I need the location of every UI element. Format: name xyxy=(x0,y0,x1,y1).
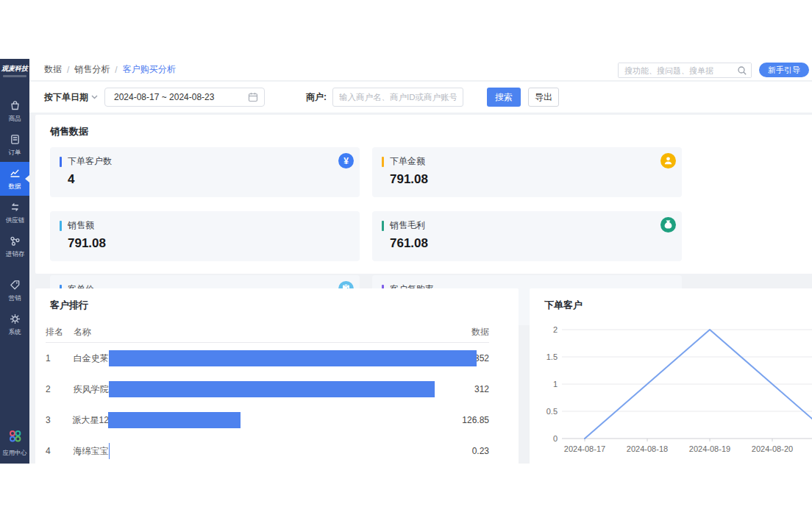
sidebar-item-label: 供应链 xyxy=(5,216,24,224)
stat-card-label: 销售额 xyxy=(68,219,94,232)
svg-text:¥: ¥ xyxy=(343,156,349,166)
sidebar-nav: 商品订单数据供应链进销存营销系统 xyxy=(0,94,29,341)
value-bar[interactable] xyxy=(109,381,435,397)
order-doc-icon xyxy=(9,133,21,146)
column-rank: 排名 xyxy=(46,326,74,338)
breadcrumb-item[interactable]: 销售分析 xyxy=(74,63,110,76)
merchant-label: 商户: xyxy=(306,91,327,104)
rank-cell: 1 xyxy=(46,353,74,363)
svg-text:2024-08-18: 2024-08-18 xyxy=(627,444,668,453)
date-range-picker[interactable]: 2024-08-17 ~ 2024-08-23 xyxy=(104,88,265,107)
share-nodes-icon xyxy=(9,235,21,247)
breadcrumb-separator: / xyxy=(67,65,69,75)
svg-text:2024-08-19: 2024-08-19 xyxy=(689,444,730,453)
ranking-row: 2疾风学院312 xyxy=(46,374,489,405)
sidebar-item-6[interactable]: 营销 xyxy=(0,274,29,308)
sidebar-item-label: 系统 xyxy=(8,327,21,336)
ranking-row: 4海绵宝宝0.23 xyxy=(46,436,489,464)
stat-card-label: 下单客户数 xyxy=(68,155,112,168)
bar-track xyxy=(109,381,474,397)
order-customers-line-chart: 00.511.522024-08-172024-08-182024-08-192… xyxy=(530,315,812,464)
chevron-down-icon xyxy=(91,95,98,99)
value-bar[interactable] xyxy=(109,350,477,366)
top-bar: 数据/销售分析/客户购买分析 新手引导 xyxy=(29,59,812,81)
value-cell: 126.85 xyxy=(462,415,489,425)
stat-card-value: 791.08 xyxy=(68,236,349,251)
tag-icon xyxy=(9,279,21,291)
sidebar-item-label: 数据 xyxy=(8,182,21,191)
global-search-input[interactable] xyxy=(619,63,751,77)
ranking-row: 1白金史莱克352 xyxy=(46,343,489,374)
breadcrumb-item[interactable]: 客户购买分析 xyxy=(123,63,176,76)
filter-bar: 按下单日期 2024-08-17 ~ 2024-08-23 商户: 搜索 导出 xyxy=(29,82,812,113)
column-data: 数据 xyxy=(109,326,489,338)
bar-track xyxy=(109,443,472,459)
app-center-icon xyxy=(8,429,22,446)
sidebar-item-2[interactable]: 订单 xyxy=(0,128,29,162)
merchant-search-input[interactable] xyxy=(332,88,463,107)
breadcrumb-item[interactable]: 数据 xyxy=(44,63,62,76)
bar-track xyxy=(108,412,463,428)
sales-section-title: 销售数据 xyxy=(35,115,812,138)
sidebar-item-label: 进销存 xyxy=(5,249,24,258)
ranking-row: 3派大星123126.85 xyxy=(46,405,489,436)
sidebar-item-label: 应用中心 xyxy=(2,449,26,458)
stat-card: 销售毛利761.08 xyxy=(372,211,682,261)
customer-ranking-panel: 客户排行 排名 名称 数据 1白金史莱克3522疾风学院3123派大星12312… xyxy=(35,288,519,464)
user-icon xyxy=(660,153,676,168)
sales-data-panel: 销售数据 下单客户数4¥下单金额791.08销售额791.08销售毛利761.0… xyxy=(35,115,812,274)
card-accent-bar xyxy=(60,221,62,231)
sidebar-item-5[interactable]: 进销存 xyxy=(0,230,29,263)
search-button[interactable]: 搜索 xyxy=(487,88,521,107)
svg-text:0: 0 xyxy=(553,434,558,443)
svg-text:0.5: 0.5 xyxy=(546,407,558,416)
sidebar-item-3[interactable]: 数据 xyxy=(0,162,29,196)
name-cell: 海绵宝宝 xyxy=(74,445,109,458)
svg-text:1.5: 1.5 xyxy=(546,352,558,361)
value-cell: 312 xyxy=(474,384,489,394)
value-bar[interactable] xyxy=(108,412,241,428)
stat-card: 下单金额791.08 xyxy=(372,147,682,197)
sidebar-item-4[interactable]: 供应链 xyxy=(0,196,29,230)
card-accent-bar xyxy=(60,157,62,167)
supply-arrows-icon xyxy=(9,201,21,213)
sidebar-item-label: 商品 xyxy=(8,114,21,123)
sidebar-item-app-center[interactable]: 应用中心 xyxy=(0,429,29,458)
breadcrumb: 数据/销售分析/客户购买分析 xyxy=(29,63,176,76)
chart-title: 下单客户 xyxy=(530,288,812,312)
order-customers-panel: 下单客户 00.511.522024-08-172024-08-182024-0… xyxy=(530,288,812,464)
topbar-right: 新手引导 xyxy=(618,59,809,81)
stat-card-value: 761.08 xyxy=(390,236,672,251)
sidebar-item-label: 营销 xyxy=(8,294,21,302)
main-area: 数据/销售分析/客户购买分析 新手引导 按下单日期 xyxy=(29,59,812,464)
sidebar-item-label: 订单 xyxy=(8,148,21,157)
svg-text:2024-08-20: 2024-08-20 xyxy=(752,444,793,453)
app-window: 观麦科技 商品订单数据供应链进销存营销系统 应用中心 数据/销售分析/客户购买分… xyxy=(0,59,812,464)
date-type-select[interactable]: 按下单日期 xyxy=(44,91,98,104)
value-cell: 0.23 xyxy=(472,446,489,456)
card-accent-bar xyxy=(382,221,384,231)
global-search-box[interactable] xyxy=(618,63,752,78)
ranking-table-header: 排名 名称 数据 xyxy=(46,328,489,343)
logo-subtext xyxy=(3,75,26,77)
breadcrumb-separator: / xyxy=(115,65,117,75)
rank-cell: 3 xyxy=(46,415,73,425)
svg-text:2024-08-17: 2024-08-17 xyxy=(564,444,605,453)
name-cell: 疾风学院 xyxy=(74,383,109,396)
ranking-table-body: 1白金史莱克3522疾风学院3123派大星123126.854海绵宝宝0.23 xyxy=(46,343,489,464)
sidebar-item-7[interactable]: 系统 xyxy=(0,308,29,341)
value-bar[interactable] xyxy=(109,443,110,459)
stat-card-value: 4 xyxy=(68,172,349,187)
name-cell: 白金史莱克 xyxy=(74,352,109,365)
card-accent-bar xyxy=(382,157,384,167)
svg-text:1: 1 xyxy=(553,380,558,388)
new-user-guide-button[interactable]: 新手引导 xyxy=(759,63,809,77)
moneybag-icon xyxy=(660,217,676,233)
stat-card: 销售额791.08 xyxy=(50,211,360,261)
sidebar-item-1[interactable]: 商品 xyxy=(0,94,29,128)
bar-track xyxy=(109,350,474,366)
search-icon[interactable] xyxy=(737,65,747,79)
export-button[interactable]: 导出 xyxy=(528,88,559,107)
gear-icon xyxy=(9,313,21,325)
stat-card: 下单客户数4¥ xyxy=(50,147,360,197)
